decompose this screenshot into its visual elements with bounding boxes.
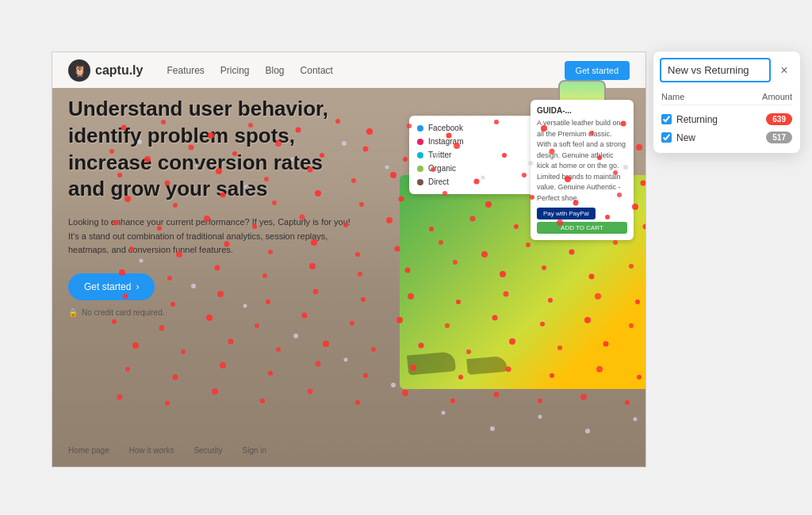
analytics-item-organic: Organic [417, 164, 532, 173]
svg-point-169 [634, 418, 638, 422]
right-product-card: GUIDA-... A versatile leather build on a… [530, 100, 634, 240]
svg-point-25 [636, 144, 642, 151]
svg-point-139 [260, 399, 265, 403]
instagram-dot [417, 139, 423, 145]
analytics-panel: Facebook Instagram Twitter Organic Direc… [409, 116, 540, 194]
analytics-item-direct: Direct [417, 177, 532, 186]
svg-point-162 [293, 334, 298, 338]
svg-point-102 [159, 326, 165, 331]
nav-link-contact: Contact [301, 65, 333, 76]
new-label: New [676, 132, 695, 143]
svg-point-136 [117, 395, 123, 400]
svg-point-106 [350, 321, 354, 326]
returning-label: Returning [676, 114, 718, 125]
svg-point-167 [538, 415, 542, 419]
svg-point-165 [442, 411, 446, 415]
svg-point-168 [585, 429, 590, 433]
footer-signin: Sign in [243, 446, 267, 455]
svg-point-104 [255, 323, 259, 328]
svg-point-163 [344, 358, 348, 362]
svg-point-125 [173, 375, 178, 380]
nav-links: Features Pricing Blog Contact [167, 65, 564, 76]
facebook-dot [417, 125, 423, 132]
svg-point-113 [132, 342, 139, 349]
hero-section: Understand user behavior,identify proble… [68, 96, 409, 317]
svg-point-143 [450, 399, 455, 403]
svg-point-118 [371, 347, 376, 352]
footer-links: Home page How it works Security Sign in [68, 446, 630, 455]
returning-checkbox-label[interactable]: Returning [661, 114, 718, 125]
hero-cta-button[interactable]: Get started › [68, 273, 155, 300]
new-checkbox-label[interactable]: New [661, 132, 695, 143]
svg-point-140 [308, 389, 313, 395]
svg-point-142 [402, 390, 408, 396]
logo-icon: 🦉 [68, 59, 90, 82]
footer-security: Security [193, 446, 222, 455]
organic-dot [417, 166, 423, 172]
popup-col-name-label: Name [661, 92, 684, 101]
add-to-cart-button[interactable]: ADD TO CART [537, 222, 627, 234]
right-card-title: GUIDA-... [537, 106, 627, 115]
shoe-shape-2 [466, 356, 508, 375]
logo-text: captu.ly [95, 63, 143, 78]
logo: 🦉 captu.ly [68, 59, 143, 82]
svg-point-141 [355, 400, 360, 405]
svg-point-126 [220, 362, 226, 368]
svg-point-127 [268, 371, 273, 376]
svg-point-117 [323, 341, 329, 347]
arrow-icon: › [136, 281, 139, 292]
nav-link-pricing: Pricing [220, 65, 250, 76]
direct-dot [417, 179, 423, 185]
svg-point-145 [538, 399, 542, 403]
svg-point-146 [580, 394, 587, 400]
svg-point-101 [112, 319, 117, 324]
svg-point-137 [165, 401, 170, 406]
analytics-item-instagram: Instagram [417, 137, 532, 146]
popup-body: Name Amount Returning 639 New 517 [653, 82, 800, 153]
popup-column-headers: Name Amount [661, 89, 792, 105]
shoe-placeholder [408, 353, 507, 373]
nav-link-features: Features [167, 65, 204, 76]
svg-point-128 [316, 361, 321, 367]
analytics-item-facebook: Facebook [417, 124, 532, 132]
svg-point-124 [125, 367, 130, 372]
svg-point-147 [625, 400, 630, 405]
nav-cta-button[interactable]: Get started [565, 61, 630, 80]
paypal-button[interactable]: Pay with PayPal [537, 208, 596, 219]
svg-point-129 [363, 373, 368, 378]
popup-row-returning: Returning 639 [661, 110, 792, 128]
svg-point-114 [181, 349, 186, 354]
popup-title-input[interactable] [660, 58, 771, 82]
svg-point-164 [391, 383, 396, 387]
nav-link-blog: Blog [266, 65, 285, 76]
svg-point-116 [276, 347, 281, 352]
hero-title: Understand user behavior,identify proble… [68, 96, 409, 203]
footer-how: How it works [129, 446, 174, 455]
navigation-bar: 🦉 captu.ly Features Pricing Blog Contact… [52, 52, 645, 88]
shoe-shape-1 [407, 351, 456, 375]
svg-point-115 [228, 339, 234, 345]
analytics-items-list: Facebook Instagram Twitter Organic Direc… [417, 124, 532, 186]
footer-home: Home page [68, 446, 109, 455]
popup-panel: × Name Amount Returning 639 New 517 [653, 52, 800, 153]
returning-checkbox[interactable] [661, 114, 672, 124]
twitter-dot [417, 152, 423, 158]
popup-close-button[interactable]: × [775, 61, 794, 80]
returning-amount-badge: 639 [766, 113, 792, 125]
analytics-item-twitter: Twitter [417, 151, 532, 159]
website-background: 🦉 captu.ly Features Pricing Blog Contact… [52, 52, 645, 467]
new-amount-badge: 517 [766, 132, 792, 143]
new-checkbox[interactable] [661, 132, 672, 143]
svg-point-166 [490, 426, 495, 431]
popup-row-new: New 517 [661, 128, 792, 147]
popup-col-amount-label: Amount [762, 92, 792, 101]
svg-point-138 [212, 388, 218, 395]
svg-point-144 [494, 392, 500, 398]
hero-subtitle: Looking to enhance your current performa… [68, 216, 409, 258]
no-credit-text: 🔒 No credit card required. [68, 308, 409, 317]
right-card-text: A versatile leather build on all the Pre… [537, 118, 627, 204]
screenshot-area: 🦉 captu.ly Features Pricing Blog Contact… [52, 52, 646, 467]
